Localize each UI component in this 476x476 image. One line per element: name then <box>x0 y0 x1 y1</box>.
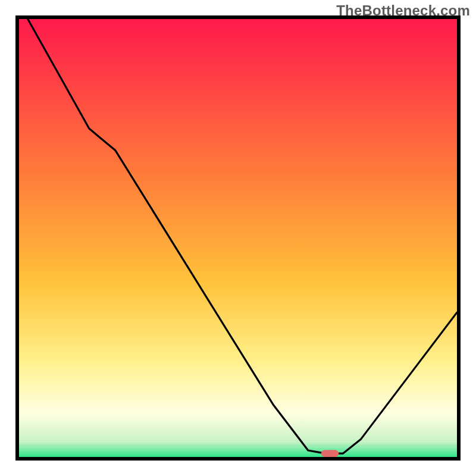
chart-svg <box>0 0 476 476</box>
watermark-text: TheBottleneck.com <box>336 2 470 19</box>
gradient-background <box>19 19 457 457</box>
chart-frame: TheBottleneck.com <box>0 0 476 476</box>
target-marker <box>321 450 339 457</box>
plot-area <box>19 19 457 457</box>
